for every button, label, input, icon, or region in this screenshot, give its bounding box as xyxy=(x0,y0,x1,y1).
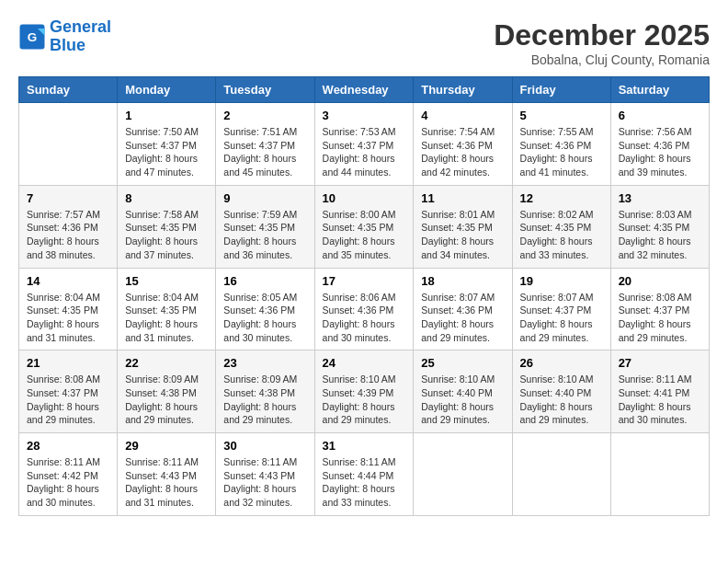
day-info: Sunrise: 7:53 AM Sunset: 4:37 PM Dayligh… xyxy=(323,125,406,179)
calendar-day-header: Saturday xyxy=(610,77,709,103)
calendar-cell: 13 Sunrise: 8:03 AM Sunset: 4:35 PM Dayl… xyxy=(610,185,709,268)
day-number: 8 xyxy=(125,191,208,205)
calendar-cell: 31 Sunrise: 8:11 AM Sunset: 4:44 PM Dayl… xyxy=(314,433,414,516)
day-number: 28 xyxy=(27,439,109,453)
day-number: 24 xyxy=(323,356,406,370)
day-number: 3 xyxy=(323,109,406,122)
day-number: 16 xyxy=(223,274,306,288)
day-info: Sunrise: 7:57 AM Sunset: 4:36 PM Dayligh… xyxy=(27,208,109,262)
calendar-week-row: 14 Sunrise: 8:04 AM Sunset: 4:35 PM Dayl… xyxy=(19,268,710,350)
day-info: Sunrise: 8:11 AM Sunset: 4:42 PM Dayligh… xyxy=(27,455,109,510)
day-number: 29 xyxy=(125,439,208,453)
day-info: Sunrise: 7:56 AM Sunset: 4:36 PM Dayligh… xyxy=(619,125,701,179)
calendar-cell: 3 Sunrise: 7:53 AM Sunset: 4:37 PM Dayli… xyxy=(314,103,414,186)
logo-text-line1: General xyxy=(50,18,111,37)
day-number: 6 xyxy=(619,109,701,122)
day-number: 25 xyxy=(421,356,504,370)
calendar-cell: 21 Sunrise: 8:08 AM Sunset: 4:37 PM Dayl… xyxy=(19,350,118,433)
day-number: 31 xyxy=(323,439,406,453)
day-info: Sunrise: 8:07 AM Sunset: 4:36 PM Dayligh… xyxy=(421,291,504,345)
calendar-cell: 27 Sunrise: 8:11 AM Sunset: 4:41 PM Dayl… xyxy=(610,350,709,433)
calendar-cell: 5 Sunrise: 7:55 AM Sunset: 4:36 PM Dayli… xyxy=(512,103,610,186)
calendar-week-row: 21 Sunrise: 8:08 AM Sunset: 4:37 PM Dayl… xyxy=(19,350,710,433)
day-info: Sunrise: 8:10 AM Sunset: 4:40 PM Dayligh… xyxy=(421,373,504,427)
day-number: 23 xyxy=(223,356,306,370)
calendar-day-header: Friday xyxy=(512,77,610,103)
day-info: Sunrise: 7:59 AM Sunset: 4:35 PM Dayligh… xyxy=(223,208,306,262)
day-number: 19 xyxy=(520,274,603,288)
day-number: 26 xyxy=(520,356,603,370)
day-info: Sunrise: 8:11 AM Sunset: 4:41 PM Dayligh… xyxy=(619,373,701,427)
calendar-cell xyxy=(610,433,709,516)
day-info: Sunrise: 8:05 AM Sunset: 4:36 PM Dayligh… xyxy=(223,291,306,345)
logo-icon: G xyxy=(18,23,46,51)
calendar-cell: 17 Sunrise: 8:06 AM Sunset: 4:36 PM Dayl… xyxy=(314,268,414,350)
calendar-cell: 14 Sunrise: 8:04 AM Sunset: 4:35 PM Dayl… xyxy=(19,268,118,350)
day-info: Sunrise: 8:11 AM Sunset: 4:44 PM Dayligh… xyxy=(323,455,406,510)
day-number: 12 xyxy=(520,191,603,205)
calendar-cell: 19 Sunrise: 8:07 AM Sunset: 4:37 PM Dayl… xyxy=(512,268,610,350)
calendar-cell: 6 Sunrise: 7:56 AM Sunset: 4:36 PM Dayli… xyxy=(610,103,709,186)
calendar-cell: 23 Sunrise: 8:09 AM Sunset: 4:38 PM Dayl… xyxy=(216,350,314,433)
day-number: 27 xyxy=(619,356,701,370)
calendar-cell: 25 Sunrise: 8:10 AM Sunset: 4:40 PM Dayl… xyxy=(414,350,512,433)
calendar-cell: 4 Sunrise: 7:54 AM Sunset: 4:36 PM Dayli… xyxy=(414,103,512,186)
day-number: 15 xyxy=(125,274,208,288)
calendar-cell: 16 Sunrise: 8:05 AM Sunset: 4:36 PM Dayl… xyxy=(216,268,314,350)
day-info: Sunrise: 8:03 AM Sunset: 4:35 PM Dayligh… xyxy=(619,208,701,262)
calendar-week-row: 7 Sunrise: 7:57 AM Sunset: 4:36 PM Dayli… xyxy=(19,185,710,268)
svg-text:G: G xyxy=(28,29,38,43)
calendar-cell: 10 Sunrise: 8:00 AM Sunset: 4:35 PM Dayl… xyxy=(314,185,414,268)
day-number: 21 xyxy=(27,356,109,370)
calendar-body: 1 Sunrise: 7:50 AM Sunset: 4:37 PM Dayli… xyxy=(19,103,710,516)
day-info: Sunrise: 8:10 AM Sunset: 4:39 PM Dayligh… xyxy=(323,373,406,427)
day-info: Sunrise: 7:51 AM Sunset: 4:37 PM Dayligh… xyxy=(223,125,306,179)
calendar-cell: 12 Sunrise: 8:02 AM Sunset: 4:35 PM Dayl… xyxy=(512,185,610,268)
calendar-cell: 1 Sunrise: 7:50 AM Sunset: 4:37 PM Dayli… xyxy=(118,103,216,186)
calendar-cell: 24 Sunrise: 8:10 AM Sunset: 4:39 PM Dayl… xyxy=(314,350,414,433)
day-info: Sunrise: 8:09 AM Sunset: 4:38 PM Dayligh… xyxy=(223,373,306,427)
day-number: 5 xyxy=(520,109,603,122)
calendar-day-header: Tuesday xyxy=(216,77,314,103)
day-info: Sunrise: 7:54 AM Sunset: 4:36 PM Dayligh… xyxy=(421,125,504,179)
calendar-cell: 11 Sunrise: 8:01 AM Sunset: 4:35 PM Dayl… xyxy=(414,185,512,268)
day-number: 11 xyxy=(421,191,504,205)
day-info: Sunrise: 8:02 AM Sunset: 4:35 PM Dayligh… xyxy=(520,208,603,262)
day-info: Sunrise: 8:10 AM Sunset: 4:40 PM Dayligh… xyxy=(520,373,603,427)
calendar-cell xyxy=(414,433,512,516)
calendar-header-row: SundayMondayTuesdayWednesdayThursdayFrid… xyxy=(19,77,710,103)
calendar-day-header: Thursday xyxy=(414,77,512,103)
day-info: Sunrise: 8:04 AM Sunset: 4:35 PM Dayligh… xyxy=(27,291,109,345)
day-info: Sunrise: 8:08 AM Sunset: 4:37 PM Dayligh… xyxy=(27,373,109,427)
day-number: 13 xyxy=(619,191,701,205)
calendar-day-header: Wednesday xyxy=(314,77,414,103)
day-info: Sunrise: 7:55 AM Sunset: 4:36 PM Dayligh… xyxy=(520,125,603,179)
day-info: Sunrise: 8:11 AM Sunset: 4:43 PM Dayligh… xyxy=(223,455,306,510)
logo: G General Blue xyxy=(18,18,111,55)
calendar-cell xyxy=(19,103,118,186)
day-number: 2 xyxy=(223,109,306,122)
calendar-cell: 30 Sunrise: 8:11 AM Sunset: 4:43 PM Dayl… xyxy=(216,433,314,516)
day-info: Sunrise: 8:00 AM Sunset: 4:35 PM Dayligh… xyxy=(323,208,406,262)
calendar-cell: 20 Sunrise: 8:08 AM Sunset: 4:37 PM Dayl… xyxy=(610,268,709,350)
day-info: Sunrise: 8:08 AM Sunset: 4:37 PM Dayligh… xyxy=(619,291,701,345)
day-number: 9 xyxy=(223,191,306,205)
day-number: 17 xyxy=(323,274,406,288)
calendar-cell xyxy=(512,433,610,516)
calendar-cell: 15 Sunrise: 8:04 AM Sunset: 4:35 PM Dayl… xyxy=(118,268,216,350)
calendar-table: SundayMondayTuesdayWednesdayThursdayFrid… xyxy=(18,76,710,516)
calendar-cell: 8 Sunrise: 7:58 AM Sunset: 4:35 PM Dayli… xyxy=(118,185,216,268)
day-number: 4 xyxy=(421,109,504,122)
day-number: 14 xyxy=(27,274,109,288)
day-info: Sunrise: 7:58 AM Sunset: 4:35 PM Dayligh… xyxy=(125,208,208,262)
page-header: G General Blue December 2025 Bobalna, Cl… xyxy=(18,18,710,67)
day-number: 22 xyxy=(125,356,208,370)
calendar-week-row: 28 Sunrise: 8:11 AM Sunset: 4:42 PM Dayl… xyxy=(19,433,710,516)
calendar-day-header: Monday xyxy=(118,77,216,103)
month-title: December 2025 xyxy=(494,18,710,52)
day-number: 7 xyxy=(27,191,109,205)
day-info: Sunrise: 8:09 AM Sunset: 4:38 PM Dayligh… xyxy=(125,373,208,427)
logo-text-line2: Blue xyxy=(50,37,111,55)
day-number: 1 xyxy=(125,109,208,122)
calendar-cell: 28 Sunrise: 8:11 AM Sunset: 4:42 PM Dayl… xyxy=(19,433,118,516)
